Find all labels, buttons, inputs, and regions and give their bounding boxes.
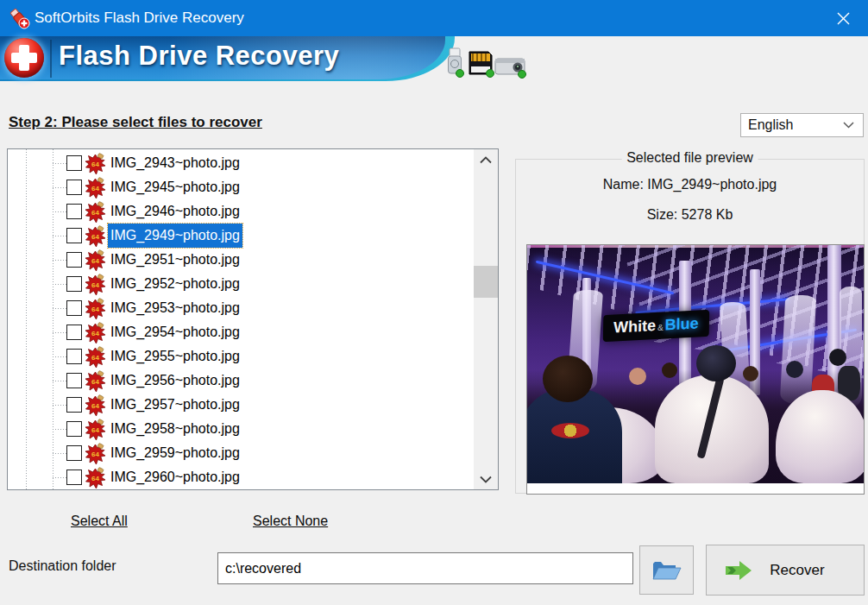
file-checkbox[interactable] [66,204,82,219]
jpeg-file-icon: 64 [85,346,106,369]
svg-text:64: 64 [91,354,99,362]
jpeg-file-icon: 64 [85,201,106,224]
tree-connector [53,453,66,454]
language-selected-value: English [748,114,793,136]
file-checkbox[interactable] [66,325,82,340]
file-list-item[interactable]: 64 IMG_2960~photo.jpg [8,465,498,489]
file-checkbox[interactable] [66,180,82,195]
jpeg-file-icon: 64 [85,370,106,393]
destination-folder-input[interactable] [217,552,633,584]
svg-text:64: 64 [91,306,99,313]
usb-drive-app-icon [8,7,30,29]
file-checkbox[interactable] [66,470,82,485]
file-list-item[interactable]: 64 IMG_2953~photo.jpg [8,296,498,320]
file-list-item[interactable]: 64 IMG_2945~photo.jpg [8,175,498,199]
file-label[interactable]: IMG_2945~photo.jpg [108,175,242,199]
scrollbar-thumb[interactable] [474,266,498,298]
file-label[interactable]: IMG_2955~photo.jpg [108,344,242,369]
banner-title: Flash Drive Recovery [59,41,339,72]
recover-button[interactable]: Recover [706,545,865,596]
svg-text:64: 64 [91,185,99,192]
jpeg-file-icon: 64 [85,177,106,199]
preview-file-size: Size: 5278 Kb [516,207,864,223]
file-checkbox[interactable] [66,397,82,413]
file-list-item[interactable]: 64 [8,489,498,490]
file-label[interactable]: IMG_2959~photo.jpg [108,441,242,465]
usb-stick-icon [445,45,527,79]
svg-text:64: 64 [91,426,99,434]
tree-connector [53,211,66,212]
file-tree-list[interactable]: 64 IMG_2943~photo.jpg 64 IMG_2945~photo.… [7,148,499,490]
camera-icon [495,59,526,79]
file-list-item[interactable]: 64 IMG_2946~photo.jpg [8,199,498,224]
close-button[interactable] [818,0,868,36]
file-checkbox[interactable] [66,276,82,292]
jpeg-file-icon: 64 [85,153,106,175]
file-checkbox[interactable] [66,373,82,388]
select-all-link[interactable]: Select All [71,514,128,529]
file-list-item[interactable]: 64 IMG_2958~photo.jpg [8,417,498,441]
file-label[interactable]: IMG_2960~photo.jpg [108,465,242,489]
svg-text:64: 64 [91,257,99,265]
file-list-item[interactable]: 64 IMG_2954~photo.jpg [8,320,498,344]
svg-text:64: 64 [91,330,99,337]
chevron-up-icon [480,156,492,164]
file-checkbox[interactable] [66,228,82,243]
file-checkbox[interactable] [66,300,82,316]
file-list-item[interactable]: 64 IMG_2959~photo.jpg [8,441,498,465]
language-dropdown[interactable]: English [740,113,864,137]
file-checkbox[interactable] [66,349,82,364]
file-label[interactable]: IMG_2943~photo.jpg [108,151,242,175]
file-label[interactable]: IMG_2953~photo.jpg [108,296,242,320]
preview-file-name: Name: IMG_2949~photo.jpg [516,177,864,192]
scroll-up-button[interactable] [474,149,498,170]
file-list-item[interactable]: 64 IMG_2957~photo.jpg [8,393,498,417]
file-checkbox[interactable] [66,252,82,268]
open-folder-icon [651,558,682,583]
file-label[interactable]: IMG_2956~photo.jpg [108,369,242,393]
tree-connector [53,260,66,261]
file-list-item[interactable]: 64 IMG_2949~photo.jpg [8,224,498,248]
file-list-item[interactable]: 64 IMG_2952~photo.jpg [8,272,498,296]
vertical-scrollbar[interactable] [474,149,498,489]
tree-connector [53,187,66,188]
svg-text:64: 64 [91,475,99,482]
jpeg-file-icon: 64 [85,419,106,441]
tree-connector [53,236,66,236]
svg-text:64: 64 [91,161,99,168]
chevron-down-icon [480,476,492,483]
browse-folder-button[interactable] [639,545,694,595]
tree-connector [53,381,66,381]
svg-text:64: 64 [91,378,99,386]
destination-folder-label: Destination folder [9,558,116,574]
jpeg-file-icon: 64 [85,274,106,296]
jpeg-file-icon: 64 [85,467,106,489]
tree-connector [53,429,66,430]
jpeg-file-icon: 64 [85,322,106,344]
jpeg-file-icon: 64 [85,225,106,248]
file-checkbox[interactable] [66,421,82,437]
recover-arrow-icon [724,558,753,583]
device-icons [445,45,527,79]
red-cross-logo-icon [4,38,44,78]
photo-preview-frame: White&Blue [526,244,865,495]
file-label[interactable]: IMG_2946~photo.jpg [108,199,242,224]
selected-file-preview-group: Selected file preview Name: IMG_2949~pho… [515,159,865,494]
file-list-item[interactable]: 64 IMG_2956~photo.jpg [8,369,498,393]
file-label[interactable]: IMG_2954~photo.jpg [108,320,242,344]
file-label[interactable]: IMG_2952~photo.jpg [108,272,242,296]
select-none-link[interactable]: Select None [253,514,328,529]
file-list-item[interactable]: 64 IMG_2951~photo.jpg [8,248,498,272]
file-label[interactable]: IMG_2949~photo.jpg [108,224,242,248]
svg-text:64: 64 [91,233,99,241]
svg-text:64: 64 [91,451,99,458]
file-label[interactable]: IMG_2958~photo.jpg [108,417,242,441]
file-label[interactable]: IMG_2951~photo.jpg [108,248,242,272]
svg-text:64: 64 [91,402,99,410]
file-checkbox[interactable] [66,155,82,171]
file-list-item[interactable]: 64 IMG_2955~photo.jpg [8,344,498,369]
file-label[interactable]: IMG_2957~photo.jpg [108,393,242,417]
file-checkbox[interactable] [66,445,82,461]
scroll-down-button[interactable] [474,469,498,489]
file-list-item[interactable]: 64 IMG_2943~photo.jpg [8,151,498,175]
